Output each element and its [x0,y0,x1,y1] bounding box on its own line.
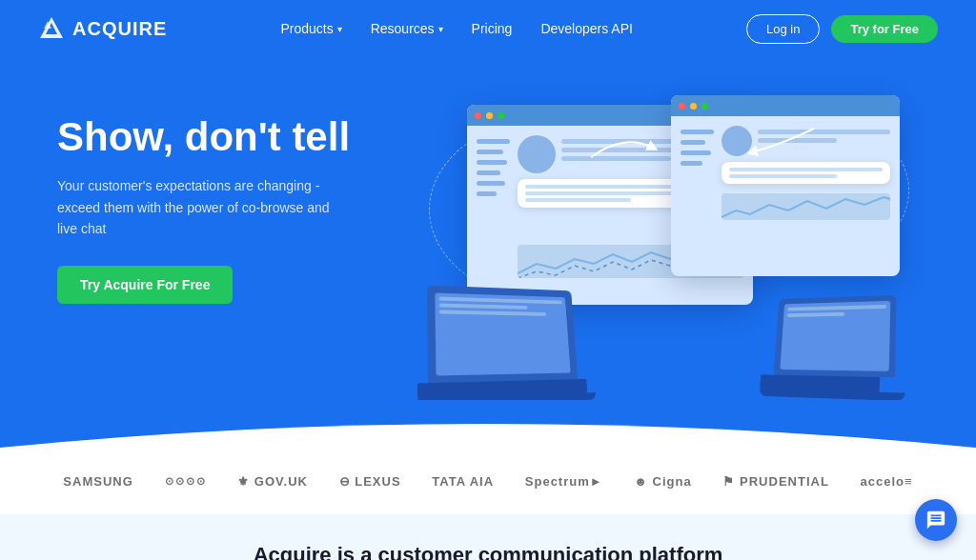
partner-accelo: accelo≡ [861,474,913,489]
nav-developers-api[interactable]: Developers API [540,21,633,36]
chat-icon [925,510,946,530]
nav-links: Products ▾ Resources ▾ Pricing Developer… [280,21,632,36]
hero-title: Show, don't tell [57,114,419,160]
dot-green [498,112,504,119]
hero-illustration: AGENT VISITOR [419,86,919,400]
hero-cta-button[interactable]: Try Acquire For Free [57,266,233,304]
hero-text-block: Show, don't tell Your customer's expecta… [57,86,419,304]
logo-icon [38,15,65,42]
partner-lexus: ⊖ LEXUS [339,474,401,489]
chart-area-right [722,193,890,220]
partner-audi: ⊙⊙⊙⊙ [165,475,207,488]
partner-cigna: ☻ Cigna [634,474,691,489]
browser-sidebar [477,135,510,295]
brand-name: ACQUIRE [72,18,167,40]
hero-section: Show, don't tell Your customer's expecta… [0,57,976,400]
partner-govuk: ⚜ GOV.UK [237,474,308,489]
laptop-screen-left [427,285,578,383]
dot-red [475,112,481,119]
agent-arrow [586,129,662,167]
partner-samsung: SAMSUNG [63,474,132,489]
login-button[interactable]: Log in [746,14,820,44]
browser-sidebar-right [681,126,714,267]
partner-spectrum: Spectrum► [525,474,603,489]
brand-logo[interactable]: ACQUIRE [38,15,167,42]
laptop-left [419,286,591,400]
partners-bar: SAMSUNG ⊙⊙⊙⊙ ⚜ GOV.UK ⊖ LEXUS TATA AIA S… [0,448,976,514]
try-free-button[interactable]: Try for Free [831,15,938,43]
browser-bar-right [671,95,900,116]
browser-mockup-right [671,95,900,276]
dot-yellow [486,112,493,119]
bottom-title: Acquire is a customer communication plat… [19,543,957,560]
nav-pricing[interactable]: Pricing [472,21,513,36]
nav-resources[interactable]: Resources ▾ [371,21,443,36]
laptop-screen-right [774,295,897,378]
chevron-down-icon: ▾ [438,24,443,34]
nav-buttons: Log in Try for Free [746,14,938,44]
partner-prudential: ⚑ PRUDENTIAL [722,474,828,489]
bottom-section: Acquire is a customer communication plat… [0,514,976,560]
avatar-circle [518,135,556,173]
hero-subtitle: Your customer's expectations are changin… [57,175,343,239]
chat-widget-button[interactable] [915,499,957,541]
visitor-arrow [747,124,824,162]
wave-divider [0,400,976,448]
chevron-down-icon: ▾ [337,24,342,34]
navbar: ACQUIRE Products ▾ Resources ▾ Pricing D… [0,0,976,57]
laptop-right [757,295,909,400]
chat-bubble-right-1 [722,162,890,184]
partner-tata: TATA AIA [432,474,494,489]
nav-products[interactable]: Products ▾ [280,21,341,36]
